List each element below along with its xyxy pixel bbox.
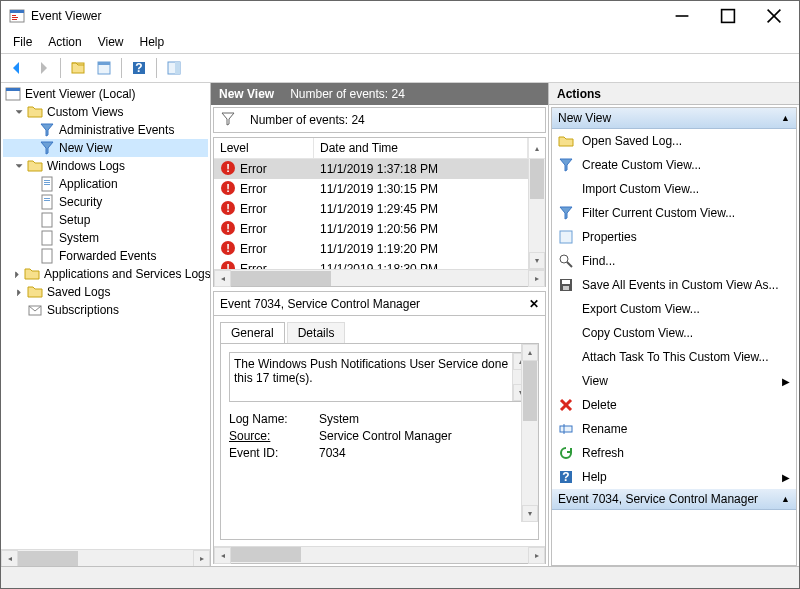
menu-help[interactable]: Help (132, 33, 173, 51)
scroll-up[interactable]: ▴ (528, 138, 545, 158)
filter-icon (39, 122, 55, 138)
tree-label: Windows Logs (45, 159, 127, 173)
action-rename[interactable]: Rename (552, 417, 796, 441)
tree-root[interactable]: Event Viewer (Local) (3, 85, 208, 103)
tree-hscrollbar[interactable]: ◂ ▸ (1, 549, 210, 566)
action-label: Filter Current Custom View... (582, 206, 735, 220)
back-button[interactable] (5, 56, 29, 80)
grid-vscrollbar[interactable]: ▾ (528, 159, 545, 269)
help-button[interactable]: ? (127, 56, 151, 80)
tree-custom-views[interactable]: ⏷ Custom Views (3, 103, 208, 121)
grid-header: Level Date and Time ▴ (214, 138, 545, 159)
svg-rect-3 (12, 17, 18, 18)
scroll-right-icon[interactable]: ▸ (528, 270, 545, 287)
actions-group-header-2[interactable]: Event 7034, Service Control Manager▲ (552, 489, 796, 510)
menu-file[interactable]: File (5, 33, 40, 51)
v-eventid: 7034 (319, 446, 346, 460)
tree-windows-logs[interactable]: ⏷ Windows Logs (3, 157, 208, 175)
tree-new-view[interactable]: New View (3, 139, 208, 157)
actions-group-header[interactable]: New View▲ (552, 108, 796, 129)
cell-level: Error (240, 262, 267, 269)
table-row[interactable]: !Error11/1/2019 1:18:30 PM (214, 259, 528, 269)
toolbar-separator (60, 58, 61, 78)
scroll-thumb[interactable] (231, 547, 301, 562)
close-button[interactable] (751, 1, 797, 31)
window-title: Event Viewer (31, 9, 659, 23)
scroll-thumb[interactable] (231, 271, 331, 286)
tree-system[interactable]: System (3, 229, 208, 247)
panel-button[interactable] (162, 56, 186, 80)
nav-tree: Event Viewer (Local) ⏷ Custom Views Admi… (1, 83, 211, 566)
blank-icon (558, 349, 574, 365)
maximize-button[interactable] (705, 1, 751, 31)
scroll-down-icon[interactable]: ▾ (529, 252, 545, 269)
tree-setup[interactable]: Setup (3, 211, 208, 229)
tree-security[interactable]: Security (3, 193, 208, 211)
v-source: Service Control Manager (319, 429, 452, 443)
col-level[interactable]: Level (214, 138, 314, 158)
action-label: Properties (582, 230, 637, 244)
menu-action[interactable]: Action (40, 33, 89, 51)
action-create-custom[interactable]: Create Custom View... (552, 153, 796, 177)
svg-text:!: ! (226, 162, 230, 174)
k-source: Source: (229, 429, 319, 443)
svg-rect-11 (98, 62, 110, 65)
detail-hscrollbar[interactable]: ◂ ▸ (214, 546, 545, 563)
scroll-left-icon[interactable]: ◂ (214, 270, 231, 287)
tree-apps-services[interactable]: ⏵ Applications and Services Logs (3, 265, 208, 283)
tree-label: Application (57, 177, 120, 191)
svg-rect-26 (42, 231, 52, 245)
tree-application[interactable]: Application (3, 175, 208, 193)
scroll-left-icon[interactable]: ◂ (1, 550, 18, 567)
expand-icon[interactable]: ⏵ (13, 268, 22, 280)
grid-body[interactable]: !Error11/1/2019 1:37:18 PM!Error11/1/201… (214, 159, 545, 269)
collapse-icon[interactable]: ⏷ (13, 160, 25, 172)
action-view[interactable]: View▶ (552, 369, 796, 393)
folder-icon (27, 158, 43, 174)
tree-body[interactable]: Event Viewer (Local) ⏷ Custom Views Admi… (1, 83, 210, 549)
scroll-left-icon[interactable]: ◂ (214, 547, 231, 564)
scroll-right-icon[interactable]: ▸ (528, 547, 545, 564)
collapse-icon[interactable]: ⏷ (13, 106, 25, 118)
tree-subscriptions[interactable]: Subscriptions (3, 301, 208, 319)
tree-forwarded[interactable]: Forwarded Events (3, 247, 208, 265)
scroll-thumb[interactable] (530, 159, 544, 199)
action-save-all[interactable]: Save All Events in Custom View As... (552, 273, 796, 297)
tree-label: Setup (57, 213, 92, 227)
action-delete[interactable]: Delete (552, 393, 796, 417)
chevron-up-icon: ▲ (781, 494, 790, 504)
action-label: Copy Custom View... (582, 326, 693, 340)
action-refresh[interactable]: Refresh (552, 441, 796, 465)
tree-saved-logs[interactable]: ⏵ Saved Logs (3, 283, 208, 301)
action-filter-current[interactable]: Filter Current Custom View... (552, 201, 796, 225)
show-tree-button[interactable] (66, 56, 90, 80)
col-datetime[interactable]: Date and Time (314, 138, 528, 158)
minimize-button[interactable] (659, 1, 705, 31)
action-export-custom[interactable]: Export Custom View... (552, 297, 796, 321)
action-import-custom[interactable]: Import Custom View... (552, 177, 796, 201)
tab-general[interactable]: General (220, 322, 285, 343)
action-properties[interactable]: Properties (552, 225, 796, 249)
action-copy-custom[interactable]: Copy Custom View... (552, 321, 796, 345)
subscriptions-icon (27, 302, 43, 318)
forward-button[interactable] (31, 56, 55, 80)
scroll-right-icon[interactable]: ▸ (193, 550, 210, 567)
log-icon (39, 230, 55, 246)
tree-label: Subscriptions (45, 303, 121, 317)
close-icon[interactable]: ✕ (529, 297, 539, 311)
action-attach-task[interactable]: Attach Task To This Custom View... (552, 345, 796, 369)
scroll-thumb[interactable] (18, 551, 78, 566)
tree-admin-events[interactable]: Administrative Events (3, 121, 208, 139)
detail-vscrollbar[interactable]: ▴▾ (521, 344, 538, 522)
expand-icon[interactable]: ⏵ (13, 286, 25, 298)
grid-hscrollbar[interactable]: ◂ ▸ (214, 269, 545, 286)
action-open-saved[interactable]: Open Saved Log... (552, 129, 796, 153)
menu-view[interactable]: View (90, 33, 132, 51)
action-help[interactable]: ?Help▶ (552, 465, 796, 489)
filter-icon (558, 157, 574, 173)
action-find[interactable]: Find... (552, 249, 796, 273)
action-label: View (582, 374, 608, 388)
properties-button[interactable] (92, 56, 116, 80)
detail-title: Event 7034, Service Control Manager (220, 297, 420, 311)
tab-details[interactable]: Details (287, 322, 346, 343)
